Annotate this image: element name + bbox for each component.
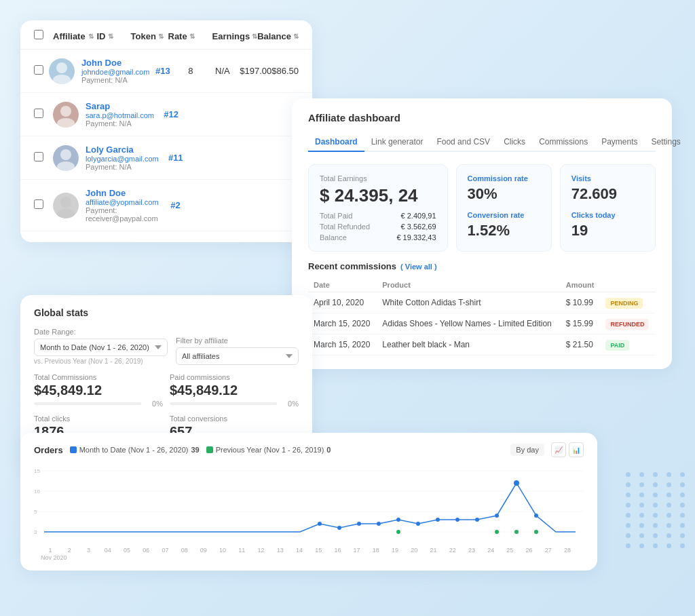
svg-text:5: 5 xyxy=(34,509,37,515)
col-id[interactable]: ID ⇅ xyxy=(97,31,131,41)
avatar-1 xyxy=(49,58,75,84)
view-all-link[interactable]: ( View all ) xyxy=(400,263,437,271)
stat-commission-box: Commission rate 30% Conversion rate 1.52… xyxy=(456,164,552,252)
commission-row-1[interactable]: April 10, 2020 White Cotton Adidas T-shi… xyxy=(308,292,656,313)
commission-product-1: White Cotton Adidas T-shirt xyxy=(377,292,561,313)
select-all-checkbox[interactable] xyxy=(34,30,53,42)
status-badge-paid: PAID xyxy=(605,340,629,351)
tab-dashboard[interactable]: Dashboard xyxy=(308,133,364,152)
chart-dot xyxy=(337,526,341,530)
tab-commissions[interactable]: Commissions xyxy=(532,133,595,152)
total-refunded-row: Total Refunded € 3.562,69 xyxy=(320,223,436,231)
date-range-label: Date Range: xyxy=(34,328,168,336)
stat-visits-box: Visits 72.609 Clicks today 19 xyxy=(560,164,656,252)
affiliate-dashboard-card: Affiliate dashboard Dashboard Link gener… xyxy=(292,98,672,369)
tab-payments[interactable]: Payments xyxy=(595,133,644,152)
svg-point-5 xyxy=(57,161,75,171)
affiliate-info-2: Sarap sara.p@hotmail.com Payment: N/A xyxy=(86,101,154,128)
svg-point-1 xyxy=(53,75,71,84)
col-earnings[interactable]: Earnings ⇅ xyxy=(212,31,258,41)
commission-product-3: Leather belt black - Man xyxy=(377,334,561,355)
commission-status-3: PAID xyxy=(600,334,656,355)
row-id-3: #11 xyxy=(159,153,193,163)
row-checkbox-2[interactable] xyxy=(34,109,53,121)
avatar-3 xyxy=(53,145,79,171)
affiliate-payment-3: Payment: N/A xyxy=(86,163,159,171)
tab-food-csv[interactable]: Food and CSV xyxy=(430,133,497,152)
tab-clicks[interactable]: Clicks xyxy=(497,133,532,152)
tab-settings[interactable]: Settings xyxy=(645,133,688,152)
affiliate-payment-1: Payment: N/A xyxy=(81,76,149,84)
svg-point-7 xyxy=(57,209,75,218)
stat-total-earnings: Total Earnings $ 24.395, 24 Total Paid €… xyxy=(308,164,448,252)
col-affiliate[interactable]: Affiliate ⇅ xyxy=(53,31,97,41)
clicks-today-section: Clicks today 19 xyxy=(571,211,644,239)
paid-commissions-bar: 0% xyxy=(170,400,299,408)
chart-dot xyxy=(455,518,459,522)
legend-prev: Previous Year (Nov 1 - 26, 2019) 0 xyxy=(206,446,331,454)
orders-chart-svg: 15 10 5 3 xyxy=(34,464,584,545)
chart-dot-peak xyxy=(514,480,519,486)
bar-chart-icon[interactable]: 📊 xyxy=(569,442,584,457)
clicks-today-value: 19 xyxy=(571,222,644,239)
affiliate-name-1: John Doe xyxy=(81,58,149,68)
chart-dot xyxy=(534,514,538,518)
commission-date-2: March 15, 2020 xyxy=(308,313,377,334)
row-earnings-1: $197.00 xyxy=(240,66,271,76)
commission-row-3[interactable]: March 15, 2020 Leather belt black - Man … xyxy=(308,334,656,355)
filter-affiliate-select[interactable]: All affiliates xyxy=(176,347,299,365)
commission-status-2: REFUNDED xyxy=(600,313,656,334)
row-checkbox-1[interactable] xyxy=(34,65,49,77)
green-chart-dot xyxy=(396,530,400,534)
balance-label: Balance xyxy=(320,233,347,242)
svg-point-4 xyxy=(60,149,71,160)
affiliate-cell-1: John Doe johndoe@gmail.com Payment: N/A xyxy=(49,58,149,84)
decorative-dots xyxy=(626,472,688,548)
status-badge-refunded: REFUNDED xyxy=(605,319,649,330)
x-month-label: Nov 2020 xyxy=(34,554,584,561)
by-day-selector[interactable]: By day xyxy=(510,444,544,456)
table-row[interactable]: Loly Garcia lolygarcia@gmail.com Payment… xyxy=(20,136,312,180)
affiliate-email-1: johndoe@gmail.com xyxy=(81,68,149,76)
col-product: Product xyxy=(377,278,561,292)
sort-earnings-icon: ⇅ xyxy=(252,33,257,40)
chart-dot xyxy=(495,514,499,518)
tab-link-generator[interactable]: Link generator xyxy=(364,133,430,152)
table-row[interactable]: John Doe affiliate@yopmail.com Payment: … xyxy=(20,180,312,231)
legend-dot-blue xyxy=(70,446,77,453)
svg-point-2 xyxy=(60,106,71,117)
chart-dot xyxy=(416,522,420,526)
chart-dot xyxy=(436,518,440,522)
date-range-select[interactable]: Month to Date (Nov 1 - 26, 2020) xyxy=(34,339,168,356)
commission-rate-section: Commission rate 30% xyxy=(468,174,540,203)
svg-point-3 xyxy=(57,118,75,128)
stats-row: Total Earnings $ 24.395, 24 Total Paid €… xyxy=(308,164,656,252)
affiliate-info-1: John Doe johndoe@gmail.com Payment: N/A xyxy=(81,58,149,84)
x-axis-labels: 1 2 3 04 05 06 07 08 09 10 11 12 13 14 1… xyxy=(34,547,584,554)
col-rate[interactable]: Rate ⇅ xyxy=(168,31,212,41)
affiliate-email-2: sara.p@hotmail.com xyxy=(86,111,154,119)
conversion-rate-label: Conversion rate xyxy=(468,211,540,219)
table-row[interactable]: Sarap sara.p@hotmail.com Payment: N/A #1… xyxy=(20,93,312,136)
gs-filter-row: Date Range: Month to Date (Nov 1 - 26, 2… xyxy=(34,328,299,365)
date-range-field: Date Range: Month to Date (Nov 1 - 26, 2… xyxy=(34,328,168,365)
affiliate-name-2: Sarap xyxy=(86,101,154,111)
sort-token-icon: ⇅ xyxy=(158,33,164,40)
svg-text:15: 15 xyxy=(34,468,40,474)
total-refunded-label: Total Refunded xyxy=(320,223,370,231)
row-checkbox-4[interactable] xyxy=(34,199,53,212)
total-commissions-stat: Total Commissions $45,849.12 0% xyxy=(34,373,163,408)
row-checkbox-3[interactable] xyxy=(34,152,53,164)
header-checkbox[interactable] xyxy=(34,30,43,39)
commission-amount-3: $ 21.50 xyxy=(561,334,601,355)
table-row[interactable]: John Doe johndoe@gmail.com Payment: N/A … xyxy=(20,50,312,93)
col-balance[interactable]: Balance ⇅ xyxy=(257,31,299,41)
chart-dot xyxy=(357,522,361,526)
affiliate-email-3: lolygarcia@gmail.com xyxy=(86,155,159,163)
row-id-2: #12 xyxy=(154,109,188,119)
line-chart-icon[interactable]: 📈 xyxy=(551,442,566,457)
row-id-1: #13 xyxy=(149,66,176,76)
orders-chart-card: Orders Month to Date (Nov 1 - 26, 2020) … xyxy=(20,433,597,571)
commission-row-2[interactable]: March 15, 2020 Adidas Shoes - Yellow Nam… xyxy=(308,313,656,334)
col-token[interactable]: Token ⇅ xyxy=(131,31,168,41)
